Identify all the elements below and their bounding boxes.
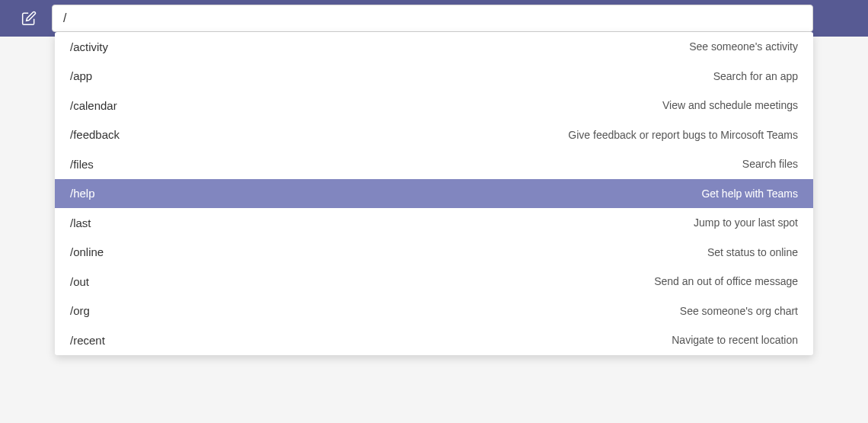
command-desc: Get help with Teams (701, 187, 798, 200)
command-item-online[interactable]: /online Set status to online (55, 238, 813, 268)
command-label: /last (70, 216, 91, 229)
command-label: /help (70, 187, 95, 200)
command-label: /out (70, 275, 89, 288)
command-label: /activity (70, 40, 108, 53)
command-desc: View and schedule meetings (662, 99, 798, 111)
command-item-out[interactable]: /out Send an out of office message (55, 267, 813, 296)
command-label: /calendar (70, 99, 117, 112)
command-item-activity[interactable]: /activity See someone's activity (55, 32, 813, 62)
command-desc: Give feedback or report bugs to Mircosof… (568, 129, 798, 141)
command-label: /online (70, 245, 104, 258)
command-item-org[interactable]: /org See someone's org chart (55, 296, 813, 326)
command-label: /feedback (70, 128, 120, 141)
command-label: /files (70, 158, 94, 171)
command-desc: See someone's activity (689, 40, 798, 53)
command-desc: Send an out of office message (654, 275, 798, 287)
command-desc: Search files (742, 158, 798, 170)
command-dropdown: /activity See someone's activity /app Se… (55, 32, 813, 355)
command-label: /app (70, 69, 92, 82)
command-item-app[interactable]: /app Search for an app (55, 62, 813, 91)
command-item-help[interactable]: /help Get help with Teams (55, 179, 813, 209)
search-input[interactable] (52, 5, 813, 32)
command-item-files[interactable]: /files Search files (55, 149, 813, 179)
command-desc: Set status to online (707, 246, 798, 258)
command-item-calendar[interactable]: /calendar View and schedule meetings (55, 91, 813, 120)
header-bar (0, 0, 868, 37)
command-desc: Jump to your last spot (694, 216, 798, 229)
command-desc: Navigate to recent location (672, 334, 798, 346)
command-item-recent[interactable]: /recent Navigate to recent location (55, 325, 813, 355)
command-desc: Search for an app (713, 70, 798, 82)
command-label: /recent (70, 334, 105, 347)
command-item-last[interactable]: /last Jump to your last spot (55, 208, 813, 238)
command-label: /org (70, 304, 90, 317)
compose-icon[interactable] (20, 9, 38, 27)
command-item-feedback[interactable]: /feedback Give feedback or report bugs t… (55, 120, 813, 150)
search-wrapper (52, 5, 813, 32)
command-desc: See someone's org chart (680, 305, 798, 317)
